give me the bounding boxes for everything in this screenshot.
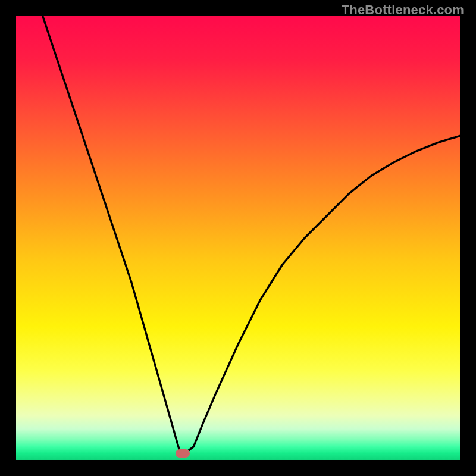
- outer-frame: TheBottleneck.com: [0, 0, 476, 476]
- watermark-text: TheBottleneck.com: [342, 2, 464, 18]
- bottleneck-curve: [16, 16, 460, 460]
- optimal-marker: [176, 449, 190, 458]
- plot-area: [16, 16, 460, 460]
